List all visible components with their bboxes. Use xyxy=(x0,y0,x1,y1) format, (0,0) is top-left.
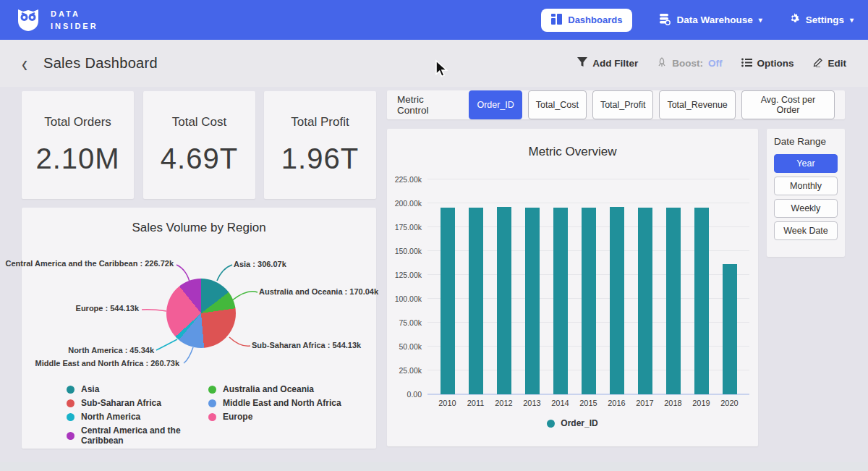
kpi-card-total-orders: Total Orders 2.10M xyxy=(22,91,134,199)
bar-2011[interactable] xyxy=(469,208,483,394)
list-options-icon xyxy=(741,58,752,69)
bar-2012[interactable] xyxy=(497,207,511,394)
kpi-value: 1.96T xyxy=(281,143,359,175)
pie-label-middle-east-north-africa: Middle East and North Africa : 260.73k xyxy=(35,359,179,368)
bar-2014[interactable] xyxy=(553,208,568,394)
bar-2018[interactable] xyxy=(666,208,681,394)
pie-legend-item[interactable]: Asia xyxy=(67,384,208,394)
bar-2016[interactable] xyxy=(610,207,624,394)
page-header: ‹ Sales Dashboard Add Filter Boost: Off xyxy=(0,40,868,87)
legend-label: Central America and the Caribbean xyxy=(81,425,208,446)
filter-funnel-icon xyxy=(577,57,587,69)
chart-title: Sales Volume by Region xyxy=(22,221,376,235)
gear-icon xyxy=(788,13,800,27)
y-tick-label: 25.00k xyxy=(387,366,422,375)
metric-option-total-revenue[interactable]: Total_Revenue xyxy=(659,90,735,119)
metric-option-total-profit[interactable]: Total_Profit xyxy=(592,90,654,119)
x-tick-label: 2018 xyxy=(659,399,687,407)
pie-legend-item[interactable]: North America xyxy=(67,412,208,422)
edit-button[interactable]: Edit xyxy=(813,57,847,69)
x-tick-label: 2015 xyxy=(574,399,603,407)
x-tick-label: 2010 xyxy=(433,399,461,407)
date-range-option-weekly[interactable]: Weekly xyxy=(774,199,838,218)
x-tick-label: 2016 xyxy=(603,399,631,407)
add-filter-button[interactable]: Add Filter xyxy=(577,57,638,69)
y-tick-label: 200.00k xyxy=(387,199,422,208)
y-tick-label: 225.00k xyxy=(387,175,422,184)
kpi-value: 2.10M xyxy=(35,143,119,175)
x-tick-label: 2014 xyxy=(546,399,574,407)
pie-label-north-america: North America : 45.34k xyxy=(68,346,154,355)
legend-label: Middle East and North Africa xyxy=(223,398,341,408)
legend-dot-icon xyxy=(208,399,216,407)
pie-label-sub-saharan-africa: Sub-Saharan Africa : 544.13k xyxy=(252,341,361,349)
bar-chart-plot xyxy=(427,179,749,394)
boost-toggle[interactable]: Boost: Off xyxy=(657,57,722,70)
date-range-card: Date Range YearMonthlyWeeklyWeek Date xyxy=(767,129,845,257)
kpi-card-total-profit: Total Profit 1.96T xyxy=(264,91,376,199)
pie-label-europe: Europe : 544.13k xyxy=(76,304,139,313)
pie-legend-item[interactable]: Central America and the Caribbean xyxy=(67,425,208,446)
pie-legend-item[interactable]: Sub-Saharan Africa xyxy=(67,398,208,408)
pie-label-asia: Asia : 306.07k xyxy=(234,260,286,268)
kpi-label: Total Orders xyxy=(44,115,111,130)
bar-2017[interactable] xyxy=(638,208,652,394)
metric-option-total-cost[interactable]: Total_Cost xyxy=(528,90,587,119)
brand[interactable]: DATA INSIDER xyxy=(14,5,98,35)
bar-2013[interactable] xyxy=(525,208,540,394)
legend-label: Order_ID xyxy=(561,418,597,428)
pie-chart[interactable] xyxy=(166,279,236,348)
pie-legend-item[interactable]: Europe xyxy=(208,412,341,422)
metric-overview-chart-card: Metric Overview 0.0025.00k50.00k75.00k10… xyxy=(387,129,758,446)
legend-dot-icon xyxy=(547,420,555,428)
legend-label: Europe xyxy=(223,412,252,422)
x-tick-label: 2019 xyxy=(687,399,715,407)
nav-settings[interactable]: Settings ▾ xyxy=(788,13,854,27)
bar-chart-legend[interactable]: Order_ID xyxy=(387,418,758,428)
rocket-icon xyxy=(657,57,667,70)
page-title: Sales Dashboard xyxy=(43,55,158,72)
options-button[interactable]: Options xyxy=(741,58,794,69)
dashboard-main: Total Orders 2.10M Total Cost 4.69T Tota… xyxy=(0,87,868,471)
y-tick-label: 175.00k xyxy=(387,223,422,232)
metric-control-bar: Metric Control Order_IDTotal_CostTotal_P… xyxy=(387,90,845,119)
date-range-label: Date Range xyxy=(774,136,838,147)
legend-dot-icon xyxy=(67,386,75,394)
kpi-label: Total Cost xyxy=(172,115,227,130)
metric-buttons: Order_IDTotal_CostTotal_ProfitTotal_Reve… xyxy=(469,90,835,119)
y-tick-label: 75.00k xyxy=(387,318,422,327)
bar-2020[interactable] xyxy=(723,264,737,394)
back-button[interactable]: ‹ xyxy=(22,51,27,76)
bar-2019[interactable] xyxy=(694,208,709,394)
sales-volume-chart-card: Sales Volume by Region Asia : 306.07k Au… xyxy=(22,208,376,449)
metric-option-avg-cost-per-order[interactable]: Avg. Cost per Order xyxy=(741,90,835,119)
database-icon xyxy=(658,13,671,27)
legend-label: North America xyxy=(81,412,140,422)
kpi-value: 4.69T xyxy=(161,143,238,175)
y-tick-label: 0.00 xyxy=(387,390,422,399)
y-tick-label: 150.00k xyxy=(387,247,422,255)
owl-logo-icon xyxy=(14,5,42,35)
legend-label: Australia and Oceania xyxy=(223,384,314,394)
pie-legend-item[interactable]: Middle East and North Africa xyxy=(208,398,341,408)
brand-text: DATA INSIDER xyxy=(51,8,98,32)
top-navbar: DATA INSIDER Dashboards xyxy=(0,0,868,40)
metric-option-order-id[interactable]: Order_ID xyxy=(469,90,522,119)
metric-control-label: Metric Control xyxy=(397,94,457,116)
nav-dashboards-button[interactable]: Dashboards xyxy=(541,9,632,32)
bar-2015[interactable] xyxy=(582,208,596,394)
x-tick-label: 2011 xyxy=(461,399,490,407)
date-range-option-year[interactable]: Year xyxy=(774,154,838,173)
legend-label: Asia xyxy=(81,384,99,394)
kpi-card-total-cost: Total Cost 4.69T xyxy=(143,91,255,199)
date-range-option-week-date[interactable]: Week Date xyxy=(774,221,838,240)
nav-data-warehouse[interactable]: Data Warehouse ▾ xyxy=(658,13,762,27)
pie-legend-item[interactable]: Australia and Oceania xyxy=(208,384,341,394)
kpi-label: Total Profit xyxy=(291,115,349,130)
legend-dot-icon xyxy=(67,432,75,440)
bar-2010[interactable] xyxy=(441,208,455,394)
date-range-option-monthly[interactable]: Monthly xyxy=(774,177,838,195)
boost-state: Off xyxy=(708,58,723,69)
legend-label: Sub-Saharan Africa xyxy=(81,398,161,408)
legend-dot-icon xyxy=(67,413,75,421)
